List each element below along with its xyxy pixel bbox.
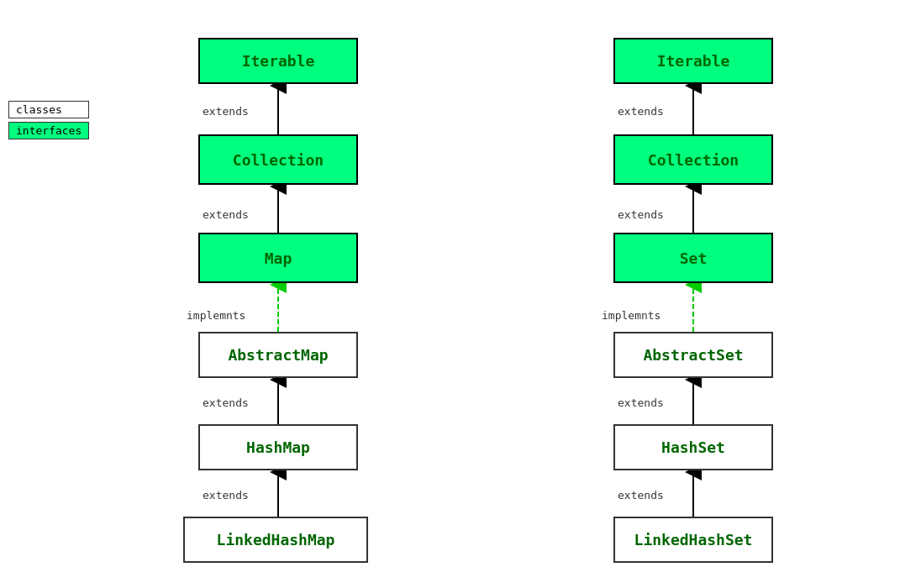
left-label-implemnts: implemnts bbox=[187, 309, 245, 322]
legend-interfaces: interfaces bbox=[8, 122, 89, 139]
left-iterable: Iterable bbox=[198, 38, 358, 84]
right-hashset: HashSet bbox=[613, 424, 773, 470]
right-iterable: Iterable bbox=[613, 38, 773, 84]
left-abstractmap: AbstractMap bbox=[198, 332, 358, 378]
diagram-container: classes interfaces bbox=[0, 0, 900, 588]
legend: classes interfaces bbox=[8, 101, 89, 139]
left-linkedhashmap: LinkedHashMap bbox=[183, 517, 368, 563]
right-label-implemnts: implemnts bbox=[602, 309, 661, 322]
left-label-extends-1: extends bbox=[203, 105, 249, 118]
right-label-extends-3: extends bbox=[618, 396, 664, 409]
right-label-extends-1: extends bbox=[618, 105, 664, 118]
left-label-extends-2: extends bbox=[203, 208, 249, 221]
right-linkedhashset: LinkedHashSet bbox=[613, 517, 773, 563]
right-abstractset: AbstractSet bbox=[613, 332, 773, 378]
left-collection: Collection bbox=[198, 134, 358, 185]
right-set: Set bbox=[613, 233, 773, 283]
right-collection: Collection bbox=[613, 134, 773, 185]
left-map: Map bbox=[198, 233, 358, 283]
left-label-extends-3: extends bbox=[203, 396, 249, 409]
arrows-svg bbox=[0, 0, 900, 588]
left-label-extends-4: extends bbox=[203, 489, 249, 501]
right-label-extends-2: extends bbox=[618, 208, 664, 221]
right-label-extends-4: extends bbox=[618, 489, 664, 501]
legend-classes: classes bbox=[8, 101, 89, 118]
left-hashmap: HashMap bbox=[198, 424, 358, 470]
